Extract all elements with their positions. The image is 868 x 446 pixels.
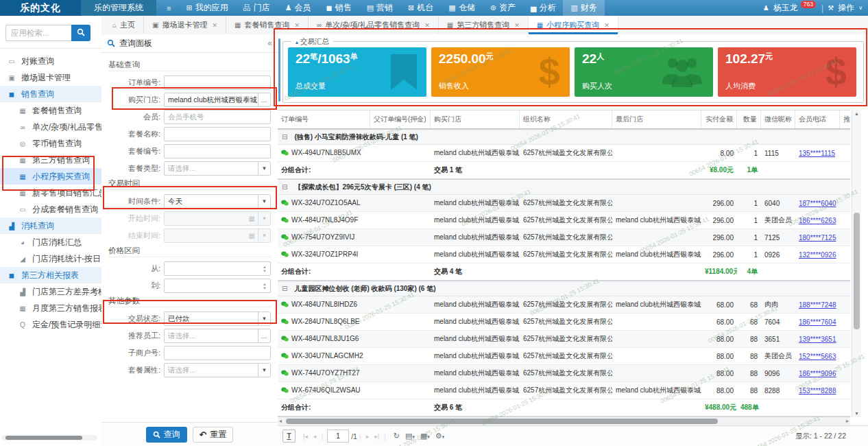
collapse-group-icon[interactable]: ⊟ — [282, 183, 287, 191]
horizontal-scrollbar[interactable]: ◂ ▸ — [278, 417, 850, 425]
first-page-button[interactable]: |◂ — [303, 433, 308, 440]
query-button[interactable]: 查询 — [146, 427, 187, 443]
field-input[interactable] — [164, 346, 271, 360]
field-input[interactable]: 请选择...▼ — [164, 363, 271, 377]
spinner-arrows[interactable]: ▲▼ — [261, 279, 269, 292]
group-header-row[interactable]: ⊟【探索成长包】296元5次专展卡 (三区) (4 笔) — [278, 179, 850, 195]
dropdown-arrow-icon[interactable]: ▼ — [258, 229, 270, 242]
collapse-group-icon[interactable]: ⊟ — [282, 133, 287, 141]
table-row[interactable]: WX-304U7NLAGCMH2meland club杭州城西银泰城店6257杭… — [278, 348, 850, 365]
sidebar-item[interactable]: ▭对账查询 — [0, 53, 101, 69]
scrollbar-thumb[interactable] — [5, 436, 82, 440]
summary-legend[interactable]: ▴交易汇总 — [291, 37, 333, 47]
refresh-icon[interactable]: ↻ — [394, 432, 400, 441]
close-icon[interactable]: ✕ — [213, 22, 218, 29]
tab-3[interactable]: ∞单次/杂项/礼品零售销售查询✕ — [309, 16, 439, 34]
browse-button[interactable]: … — [258, 93, 270, 106]
last-page-button[interactable]: ▸| — [374, 433, 379, 440]
sidebar-item[interactable]: ▦小程序购买查询 — [0, 168, 101, 185]
sidebar-item[interactable]: ◕门店消耗汇总 — [0, 234, 101, 250]
table-row[interactable]: WX-324U7OZ1PRP4Imeland club杭州城西银泰城店6257杭… — [278, 246, 850, 263]
column-header[interactable]: 微信昵称 — [761, 110, 795, 128]
search-input[interactable]: 应用检索... — [5, 25, 71, 41]
settings-gear-icon[interactable]: ⚙▾ — [435, 432, 444, 441]
sidebar-item[interactable]: ◼销售查询 — [0, 86, 101, 102]
close-icon[interactable]: ✕ — [424, 22, 430, 29]
close-icon[interactable]: ✕ — [514, 22, 520, 29]
member-phone-link[interactable]: 139****3651 — [799, 336, 836, 343]
sidebar-item[interactable]: ▦新零售项目销售汇总查询 — [0, 185, 101, 201]
text-view-icon[interactable]: T — [282, 430, 296, 443]
member-phone-link[interactable]: 186****6263 — [799, 217, 836, 224]
dropdown-arrow-icon[interactable]: ▼ — [258, 212, 270, 225]
column-header[interactable]: 父订单编号(押金) — [370, 110, 431, 128]
sidebar-item[interactable]: ▭分成套餐销售查询 — [0, 201, 101, 218]
field-input[interactable]: 已付款▼ — [164, 312, 271, 326]
sidebar-item[interactable]: ▦套餐销售查询 — [0, 102, 101, 119]
column-header[interactable]: 购买门店 — [431, 110, 520, 128]
group-header-row[interactable]: ⊟儿童园区摊位创收 (老师) 收款码 (130家) (6 笔) — [278, 281, 850, 296]
tab-4[interactable]: ▦第三方销售查询✕ — [439, 16, 529, 34]
group-header-row[interactable]: ⊟(独售) 小马宝莉防滑袜收款码-儿童 (1 笔) — [278, 129, 850, 145]
column-header[interactable]: 实付金额 — [701, 110, 737, 128]
collapse-panel-icon[interactable]: « — [267, 38, 272, 48]
notification-badge[interactable]: 763 — [801, 1, 816, 8]
tab-0[interactable]: ⌂主页 — [104, 16, 144, 34]
column-header[interactable]: 推荐员工 — [840, 110, 850, 128]
scroll-up-arrow-icon[interactable]: ▲ — [852, 111, 861, 116]
next-page-button[interactable]: ▸ — [366, 433, 370, 440]
table-row[interactable]: WX-754U7OYZ9IVIJmeland club杭州城西银泰城店6257杭… — [278, 229, 850, 246]
sidebar-item[interactable]: ▟消耗查询 — [0, 218, 101, 234]
vertical-scrollbar[interactable]: ▲ ▼ — [852, 110, 861, 417]
field-input[interactable]: ▲▼ — [164, 261, 271, 276]
panel-splitter[interactable] — [278, 38, 280, 102]
top-menu-item-2[interactable]: 品门店 — [236, 0, 278, 16]
top-menu-item-5[interactable]: ▤营销 — [359, 0, 400, 16]
member-phone-link[interactable]: 152****5663 — [799, 353, 836, 360]
top-menu-item-1[interactable]: ⊞我的应用 — [178, 0, 235, 16]
search-button[interactable] — [71, 25, 91, 41]
tab-2[interactable]: ▦套餐销售查询✕ — [226, 16, 309, 34]
top-menu-item-9[interactable]: ▅分析 — [523, 0, 563, 16]
dropdown-arrow-icon[interactable]: ▼ — [258, 312, 270, 325]
member-phone-link[interactable]: 186****9096 — [799, 370, 836, 377]
member-phone-link[interactable]: 132****0926 — [799, 251, 836, 259]
close-icon[interactable]: ✕ — [295, 22, 300, 29]
column-header[interactable]: 订单编号 — [278, 110, 370, 128]
top-menu-item-6[interactable]: ⊠机台 — [400, 0, 441, 16]
column-header[interactable]: 组织名称 — [520, 110, 612, 128]
sidebar-item[interactable]: ◎零币销售查询 — [0, 135, 101, 152]
table-row[interactable]: WX-484U7NL8JU1G6meland club杭州城西银泰城店6257杭… — [278, 331, 850, 348]
table-row[interactable]: WX-744U7OYZ7HT27meland club杭州城西银泰城店6257杭… — [278, 365, 850, 382]
action-menu[interactable]: 操作 — [838, 2, 854, 14]
top-menu-item[interactable]: ≡ — [159, 0, 178, 16]
top-menu-item-8[interactable]: ⊛资产 — [483, 0, 523, 16]
close-icon[interactable]: ✕ — [604, 22, 610, 29]
sidebar-hscrollbar[interactable] — [1, 435, 97, 441]
reset-button[interactable]: ↶ 重置 — [193, 427, 234, 443]
field-input[interactable] — [164, 127, 271, 141]
list-view-icon[interactable]: ▤▾ — [405, 432, 415, 441]
member-phone-link[interactable]: 153****8288 — [799, 387, 836, 395]
user-name[interactable]: 杨玉龙 — [773, 2, 798, 14]
member-phone-link[interactable]: 135****1115 — [799, 150, 835, 157]
column-header[interactable]: 数量 — [737, 110, 761, 128]
field-input[interactable]: meland club杭州城西银泰城店...等1家… — [164, 93, 271, 107]
dropdown-arrow-icon[interactable]: ▼ — [258, 162, 270, 175]
sidebar-item[interactable]: ▟门店第三方差异考核统计 — [0, 283, 101, 300]
table-row[interactable]: WX-484U7NL8IHDZ6meland club杭州城西银泰城店6257杭… — [278, 296, 850, 314]
member-phone-link[interactable]: 187****6040 — [799, 200, 836, 207]
table-row[interactable]: WX-284U7NL8Q6LBEmeland club杭州城西银泰城店6257杭… — [278, 314, 850, 331]
sidebar-item[interactable]: ▦第三方销售查询 — [0, 152, 101, 168]
field-input[interactable]: ▲▼ — [164, 279, 271, 293]
field-input[interactable]: 今天▼ — [164, 194, 271, 209]
prev-page-button[interactable]: ◂ — [313, 433, 317, 440]
top-menu-item-7[interactable]: ▦仓储 — [441, 0, 482, 16]
sidebar-item[interactable]: ◼第三方相关报表 — [0, 267, 101, 283]
collapse-group-icon[interactable]: ⊟ — [282, 285, 287, 292]
table-row[interactable]: WX-324U7OZ1O5AALmeland club杭州城西银泰城店6257杭… — [278, 195, 850, 212]
top-menu-item-3[interactable]: ♟会员 — [278, 0, 319, 16]
dropdown-arrow-icon[interactable]: ▼ — [258, 364, 270, 377]
scrollbar-thumb[interactable] — [854, 213, 860, 329]
scroll-left-arrow-icon[interactable]: ◂ — [279, 418, 282, 424]
